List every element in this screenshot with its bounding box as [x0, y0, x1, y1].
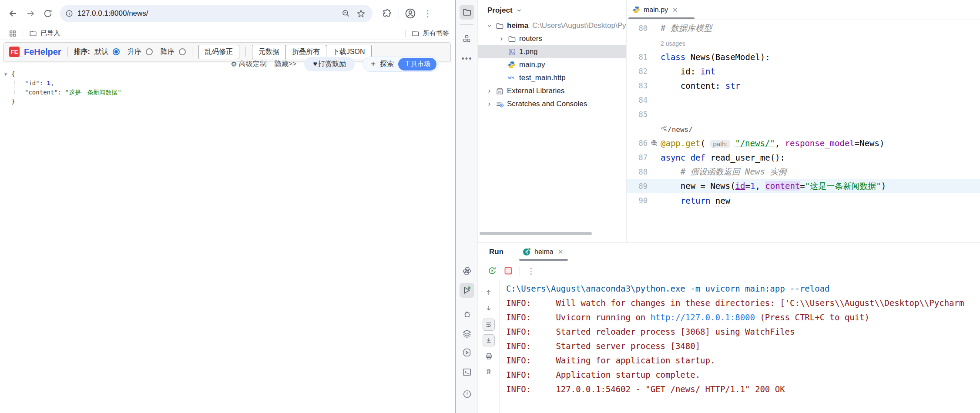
code-token: = [745, 181, 750, 191]
structure-toolwindow-icon[interactable] [460, 31, 474, 46]
apps-grid-icon[interactable] [9, 30, 17, 37]
console-line-5: INFO: Started server process [3480] [500, 339, 980, 353]
line-number: 80 [627, 24, 648, 33]
line-number: 82 [627, 67, 648, 76]
fehelper-brand[interactable]: FeHelper [24, 47, 61, 57]
project-panel-header[interactable]: Project [478, 0, 626, 19]
run-tab-close-icon[interactable]: ✕ [558, 248, 564, 256]
problems-toolwindow-icon[interactable] [460, 386, 474, 401]
chevron-right-icon[interactable] [483, 101, 495, 107]
chevron-down-icon[interactable] [483, 23, 495, 29]
bookmarks-bar: 已导入 所有书签 [0, 27, 455, 40]
back-icon[interactable] [4, 5, 22, 22]
next-occurrence-icon[interactable] [483, 302, 495, 314]
code-token: 2 usages [661, 40, 685, 47]
tree-item-test-main-http[interactable]: APItest_main.http [478, 71, 626, 84]
code-token: read_user_me(): [710, 153, 785, 162]
tree-item-1-png[interactable]: 1.png [478, 45, 626, 58]
json-viewer: ▼ { "id": 1, "content": "这是一条新闻数据" } [4, 70, 121, 106]
all-bookmarks-folder[interactable]: 所有书签 [412, 29, 449, 37]
code-text: id: int [661, 67, 715, 76]
code-token: "/news/" [735, 138, 775, 148]
toolwindow-bar: ••• [456, 0, 478, 413]
project-toolwindow-icon[interactable] [460, 5, 474, 20]
address-bar[interactable]: 127.0.0.1:8000/news/ [60, 5, 373, 22]
services-toolwindow-icon[interactable] [460, 326, 474, 341]
tree-item-scratches-and-consoles[interactable]: Scratches and Consoles [478, 97, 626, 111]
tab-close-icon[interactable]: ✕ [672, 6, 678, 14]
tree-item-routers[interactable]: routers [478, 32, 626, 45]
tree-item-heima[interactable]: heimaC:\Users\August\Desktop\Pych [478, 19, 626, 32]
bookmark-folder-imported[interactable]: 已导入 [29, 29, 60, 37]
toolbar-divider [460, 24, 473, 25]
tree-item-external-libraries[interactable]: External Libraries [478, 84, 626, 97]
reload-icon[interactable] [39, 5, 57, 22]
run-console: C:\Users\August\anaconda3\python.exe -m … [500, 281, 980, 413]
editor-tabbar: main.py ✕ [627, 0, 980, 20]
sort-default-label[interactable]: 默认 [94, 47, 108, 57]
tool-market-button[interactable]: 工具市场 [398, 58, 436, 71]
sort-desc-radio[interactable] [179, 48, 186, 55]
sort-default-radio[interactable] [113, 48, 120, 55]
console-line-4: INFO: Started reloader process [3068] us… [500, 324, 980, 339]
code-token: new = News( [661, 181, 735, 191]
prev-occurrence-icon[interactable] [483, 286, 495, 299]
editor-code: 80# 数据库模型2 usages81class News(BaseModel)… [627, 21, 980, 208]
more-toolwindows-icon[interactable]: ••• [460, 51, 474, 66]
explore-button[interactable]: + 探索 工具市场 [362, 57, 439, 72]
extensions-icon[interactable] [379, 5, 396, 22]
editor-line-88: 88 # 假设函数返回 News 实例 [627, 165, 980, 179]
rerun-icon[interactable] [487, 266, 497, 275]
clear-console-icon[interactable] [483, 366, 495, 378]
terminal-toolwindow-icon[interactable] [460, 365, 474, 379]
line-number: 84 [627, 96, 648, 104]
sort-asc-label[interactable]: 升序 [128, 47, 141, 57]
debug-toolwindow-icon[interactable] [460, 307, 474, 322]
forward-icon[interactable] [22, 5, 39, 22]
print-icon[interactable] [483, 350, 495, 362]
editor-line-81: 81class News(BaseModel): [627, 50, 980, 64]
browser-menu-icon[interactable]: ⋮ [419, 5, 436, 22]
code-token: content [765, 181, 800, 191]
run-toolwindow-icon[interactable] [460, 283, 474, 298]
run-anything-icon[interactable] [460, 345, 474, 360]
chevron-right-icon[interactable] [495, 36, 507, 42]
tree-item-main-py[interactable]: main.py [478, 58, 626, 71]
fehelper-logo: FE [9, 47, 20, 57]
run-more-options-icon[interactable]: ⋮ [527, 266, 535, 276]
project-horizontal-scrollbar[interactable] [480, 232, 592, 235]
stop-icon[interactable] [504, 266, 513, 275]
run-tab-heima[interactable]: heima ✕ [523, 243, 563, 261]
chevron-right-icon[interactable] [483, 88, 495, 94]
code-token: class [661, 52, 691, 62]
editor-tab-main-py[interactable]: main.py ✕ [627, 0, 682, 20]
run-toolbar: ⋮ [478, 261, 980, 280]
project-panel: Project heimaC:\Users\August\Desktop\Pyc… [478, 0, 626, 242]
hide-link[interactable]: 隐藏>> [275, 60, 297, 69]
console-url-link[interactable]: http://127.0.0.1:8000 [651, 312, 755, 322]
console-text: INFO: Application startup complete. [506, 370, 700, 379]
sort-desc-label[interactable]: 降序 [161, 47, 175, 57]
code-token: = [800, 181, 805, 191]
soft-wrap-icon[interactable] [483, 319, 495, 331]
console-text: INFO: Started server process [3480] [506, 341, 700, 351]
sort-asc-radio[interactable] [146, 48, 153, 55]
profile-icon[interactable] [402, 5, 419, 22]
collapse-triangle-icon[interactable]: ▼ [4, 70, 11, 79]
toolbar-separator [399, 9, 399, 18]
python-console-icon[interactable] [460, 264, 474, 279]
folder-icon [507, 34, 516, 43]
editor-line-87: 87async def read_user_me(): [627, 150, 980, 165]
console-line-1: C:\Users\August\anaconda3\python.exe -m … [500, 281, 980, 295]
donate-button[interactable]: ♥ 打赏鼓励 [304, 57, 355, 71]
site-info-icon[interactable] [65, 10, 73, 17]
advanced-custom-link[interactable]: ⚙ 高级定制 [231, 60, 266, 69]
editor-line-84: 84 [627, 93, 980, 107]
image-icon [507, 47, 516, 56]
bookmark-star-icon[interactable] [356, 9, 366, 18]
line-number: 83 [627, 81, 648, 90]
url-text[interactable]: 127.0.0.1:8000/news/ [77, 9, 342, 18]
zoom-out-icon[interactable] [342, 9, 350, 18]
endpoint-globe-icon[interactable] [648, 139, 661, 147]
scroll-to-end-icon[interactable] [483, 334, 495, 346]
